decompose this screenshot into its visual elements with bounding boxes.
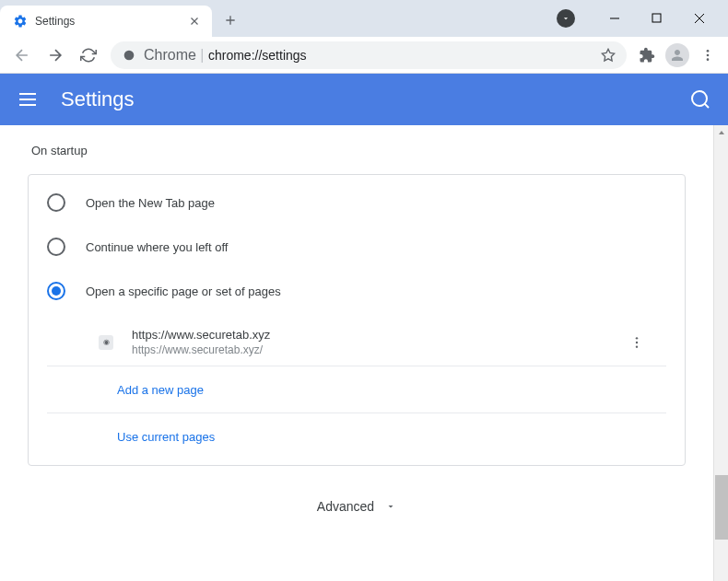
startup-card: Open the New Tab page Continue where you… bbox=[28, 174, 686, 466]
site-info-icon[interactable] bbox=[122, 48, 136, 63]
page-title: Settings bbox=[61, 87, 689, 111]
more-actions-button[interactable] bbox=[626, 331, 648, 354]
address-scheme: Chrome | chrome://settings bbox=[144, 47, 307, 64]
tab-title: Settings bbox=[35, 15, 181, 28]
svg-rect-0 bbox=[652, 14, 661, 22]
svg-point-6 bbox=[692, 91, 707, 106]
window-titlebar: Settings bbox=[0, 0, 728, 37]
settings-content: On startup Open the New Tab page Continu… bbox=[0, 125, 713, 581]
forward-button[interactable] bbox=[41, 41, 70, 70]
bookmark-star-icon[interactable] bbox=[601, 48, 616, 63]
radio-label: Continue where you left off bbox=[86, 240, 228, 254]
scrollbar-up-button[interactable] bbox=[714, 125, 728, 140]
radio-option-specific[interactable]: Open a specific page or set of pages bbox=[29, 269, 685, 313]
notification-badge-icon[interactable] bbox=[557, 9, 575, 28]
svg-point-5 bbox=[707, 58, 710, 61]
maximize-button[interactable] bbox=[636, 5, 678, 32]
svg-point-3 bbox=[707, 50, 710, 52]
favicon-icon: ◉ bbox=[99, 335, 113, 350]
add-page-link[interactable]: Add a new page bbox=[117, 383, 204, 397]
close-icon[interactable] bbox=[188, 15, 201, 28]
scrollbar-thumb[interactable] bbox=[715, 475, 728, 540]
svg-point-9 bbox=[636, 345, 638, 347]
settings-header: Settings bbox=[0, 74, 728, 125]
section-title: On startup bbox=[31, 144, 686, 157]
startup-page-row: ◉ https://www.securetab.xyz https://www.… bbox=[47, 319, 666, 366]
extensions-icon[interactable] bbox=[634, 42, 660, 68]
svg-point-1 bbox=[124, 50, 135, 60]
browser-tab[interactable]: Settings bbox=[0, 6, 212, 37]
new-tab-button[interactable] bbox=[219, 9, 241, 35]
svg-point-8 bbox=[636, 341, 638, 343]
svg-point-4 bbox=[707, 53, 710, 56]
browser-menu-button[interactable] bbox=[695, 42, 721, 68]
use-current-link[interactable]: Use current pages bbox=[117, 430, 215, 444]
add-page-row[interactable]: Add a new page bbox=[47, 366, 666, 413]
svg-marker-2 bbox=[602, 49, 614, 61]
startup-page-url: https://www.securetab.xyz/ bbox=[132, 343, 626, 356]
scrollbar[interactable] bbox=[713, 125, 728, 581]
advanced-toggle[interactable]: Advanced bbox=[28, 466, 686, 525]
radio-label: Open a specific page or set of pages bbox=[86, 285, 281, 298]
profile-avatar[interactable] bbox=[665, 43, 689, 67]
browser-toolbar: Chrome | chrome://settings bbox=[0, 37, 728, 74]
address-bar[interactable]: Chrome | chrome://settings bbox=[111, 41, 627, 69]
radio-button[interactable] bbox=[47, 193, 65, 212]
radio-button[interactable] bbox=[47, 238, 65, 256]
close-window-button[interactable] bbox=[678, 5, 721, 32]
minimize-button[interactable] bbox=[593, 5, 636, 32]
gear-icon bbox=[13, 14, 28, 29]
use-current-row[interactable]: Use current pages bbox=[47, 413, 666, 459]
back-button[interactable] bbox=[7, 41, 37, 70]
radio-option-new-tab[interactable]: Open the New Tab page bbox=[29, 180, 685, 225]
search-icon[interactable] bbox=[689, 88, 711, 110]
hamburger-menu-icon[interactable] bbox=[17, 88, 39, 110]
advanced-label: Advanced bbox=[317, 499, 374, 514]
startup-page-title: https://www.securetab.xyz bbox=[132, 328, 626, 342]
chevron-down-icon bbox=[385, 501, 396, 512]
svg-point-7 bbox=[636, 337, 638, 339]
radio-label: Open the New Tab page bbox=[86, 196, 215, 210]
radio-button[interactable] bbox=[47, 282, 65, 300]
reload-button[interactable] bbox=[74, 41, 103, 70]
radio-option-continue[interactable]: Continue where you left off bbox=[29, 225, 685, 269]
